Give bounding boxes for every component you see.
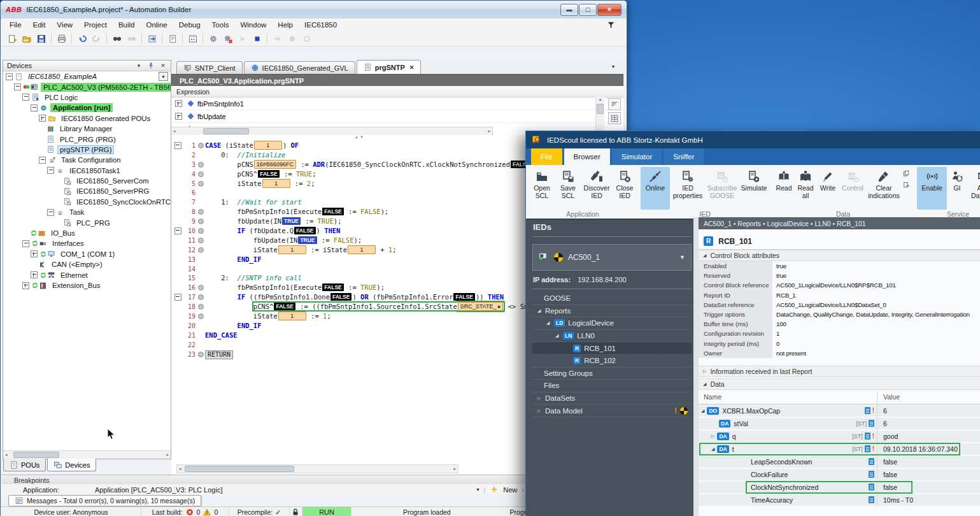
monitor-value-box[interactable]: 1 [254, 141, 282, 150]
ied-selector-combobox[interactable]: AC500_1 ▼ [532, 244, 692, 271]
discover-ied-button[interactable]: Discover IED [581, 167, 613, 210]
sort-view-icon[interactable] [608, 98, 621, 110]
ribbon-tab-browser[interactable]: Browser [564, 148, 610, 165]
ied-tree-item-lln0[interactable]: ◢LNLLN0 [532, 330, 692, 343]
close-ied-button[interactable]: Close IED [613, 167, 637, 210]
add-dataset-button[interactable]: DSAdd DataSet [967, 167, 980, 210]
splitter-arrows-icon[interactable]: ▲▼ [355, 135, 365, 139]
expander-open-icon[interactable]: ◢ [701, 408, 704, 413]
data-row-t[interactable]: ◢DAt[ST]!09.10.2018 16:36:07.340 [699, 443, 980, 455]
online-button[interactable]: Online [641, 167, 670, 210]
expander-open-icon[interactable]: ◢ [555, 333, 563, 338]
dot-button[interactable] [285, 32, 299, 45]
devices-tree-item[interactable]: prgSNTP (PRG) [3, 145, 171, 155]
data-row-leapsecondsknown[interactable]: LeapSecondsKnownfalse [699, 455, 980, 468]
ribbon-tab-simulator[interactable]: Simulator [612, 148, 662, 165]
monitor-value-box[interactable]: 1 [278, 312, 306, 320]
maximize-icon[interactable]: ▢ [579, 4, 597, 16]
devices-tree-item[interactable]: Task [3, 207, 171, 217]
declaration-hscrollbar[interactable]: ◂ ▸ [171, 127, 493, 135]
expand-icon[interactable] [31, 271, 38, 278]
tab-list-dropdown-icon[interactable]: ▾ [612, 64, 614, 69]
monitor-value-box[interactable]: FALSE [322, 208, 343, 215]
export-report-icon[interactable] [903, 182, 912, 190]
pin-icon[interactable] [147, 61, 155, 70]
data-row-clocknotsynchronized[interactable]: ClockNotSynchronizedfalse [699, 481, 980, 494]
expander-open-icon[interactable]: ◢ [537, 308, 545, 313]
collapse-icon[interactable] [22, 94, 29, 101]
undo-button[interactable] [75, 32, 89, 45]
ied-tree-item-goose[interactable]: GOOSE [532, 292, 692, 305]
expander-open-icon[interactable]: ◢ [546, 320, 554, 326]
tree-root-dropdown-icon[interactable]: ▼ [159, 72, 168, 81]
tab-pous[interactable]: POUs [3, 459, 46, 471]
table-view-icon[interactable] [608, 112, 621, 124]
menu-project[interactable]: Project [78, 20, 113, 30]
chevron-right-icon[interactable]: › [522, 486, 524, 494]
devices-tree-item[interactable]: IEC61850_ServerPRG [3, 186, 171, 196]
devices-tree-item[interactable]: Ethernet [3, 269, 171, 280]
devices-tree-item[interactable]: Application [run] [3, 103, 171, 113]
build-button[interactable] [206, 32, 220, 45]
expand-icon[interactable] [22, 282, 29, 289]
save-project-button[interactable] [34, 32, 48, 45]
monitor-value-box[interactable]: FALSE [294, 227, 315, 234]
menu-edit[interactable]: Edit [27, 20, 52, 30]
collapse-icon[interactable] [47, 167, 54, 174]
ied-tree-item-files[interactable]: Files [532, 380, 692, 392]
watch-row[interactable]: fbUpdate [171, 110, 623, 123]
gi-button[interactable]: GI [947, 167, 967, 210]
tab-devices[interactable]: Devices [47, 459, 96, 471]
fold-collapse-icon[interactable] [174, 227, 181, 234]
close-icon[interactable]: ✕ [597, 4, 621, 16]
export-button[interactable] [145, 32, 159, 45]
save-scl-button[interactable]: Save SCL [555, 167, 581, 210]
expand-icon[interactable] [31, 250, 38, 257]
declaration-vscrollbar[interactable]: ▴ [595, 97, 604, 135]
panel-splitter-scrollbar[interactable] [693, 217, 699, 516]
section-data[interactable]: ◢ Data [699, 378, 980, 390]
monitor-value-box[interactable]: FALSE [258, 170, 279, 178]
menu-window[interactable]: Window [234, 20, 272, 30]
monitor-value-box[interactable]: FALSE [330, 293, 352, 301]
devices-tree-item[interactable]: PLC_PRG [3, 217, 171, 227]
ied-titlebar[interactable]: IEDScout licensed to ABB Stortz-Kontakt … [526, 131, 980, 148]
ied-tree-item-logicaldevice[interactable]: ◢LDLogicalDevice [532, 317, 692, 330]
devices-tree-item[interactable]: Task Configuration [3, 155, 171, 165]
menu-view[interactable]: View [51, 20, 78, 30]
editor-tab-prgsntp[interactable]: prgSNTP✕ [357, 60, 422, 74]
application-combobox[interactable]: Application [PLC_AC500_V3: PLC Logic] [95, 486, 223, 494]
devices-tree-item[interactable]: IEC61850_ServerCom [3, 176, 171, 186]
data-row-timeaccuracy[interactable]: TimeAccuracy10ms - T0 [699, 494, 980, 506]
tab-close-icon[interactable]: ✕ [409, 64, 415, 71]
menu-build[interactable]: Build [113, 20, 141, 30]
expander-closed-icon[interactable]: ▷ [537, 408, 545, 413]
ied-properties-button[interactable]: IED properties [670, 167, 706, 210]
devices-tree-item[interactable]: IEC61850 Generated POUs [3, 113, 171, 124]
menu-help[interactable]: Help [272, 20, 299, 30]
monitor-value-box[interactable]: TRUE [282, 217, 301, 225]
new-button[interactable]: New [503, 486, 517, 494]
redo-button[interactable] [90, 32, 103, 45]
open-project-button[interactable] [20, 32, 33, 45]
collapse-icon[interactable] [22, 240, 29, 247]
monitor-value-box[interactable]: TRUE [298, 236, 316, 244]
devices-tree-item[interactable]: Interfaces [3, 238, 171, 248]
panel-menu-icon[interactable]: ▾ [135, 62, 143, 69]
expander-closed-icon[interactable]: ▷ [711, 434, 714, 439]
notes-button[interactable] [166, 32, 179, 45]
combobox-dropdown-icon[interactable]: ▼ [679, 254, 685, 261]
simulate-button[interactable]: Simulate [739, 167, 769, 210]
minimize-icon[interactable]: ▬ [560, 4, 578, 16]
ied-tree-item-setting-groups[interactable]: Setting Groups [532, 368, 692, 380]
section-information-last-report[interactable]: ▷ Information received in last Report [699, 366, 980, 377]
new-file-button[interactable] [5, 32, 18, 45]
stop-button[interactable] [250, 32, 264, 45]
application-dropdown-icon[interactable]: ▾ [476, 487, 479, 492]
print-button[interactable] [55, 32, 68, 45]
calendar-button[interactable] [186, 32, 199, 45]
fold-collapse-icon[interactable] [174, 142, 181, 149]
collapse-icon[interactable] [39, 157, 46, 164]
copy-report-icon[interactable] [903, 170, 912, 179]
data-row-stval[interactable]: DAstVal[ST]6 [699, 417, 980, 430]
